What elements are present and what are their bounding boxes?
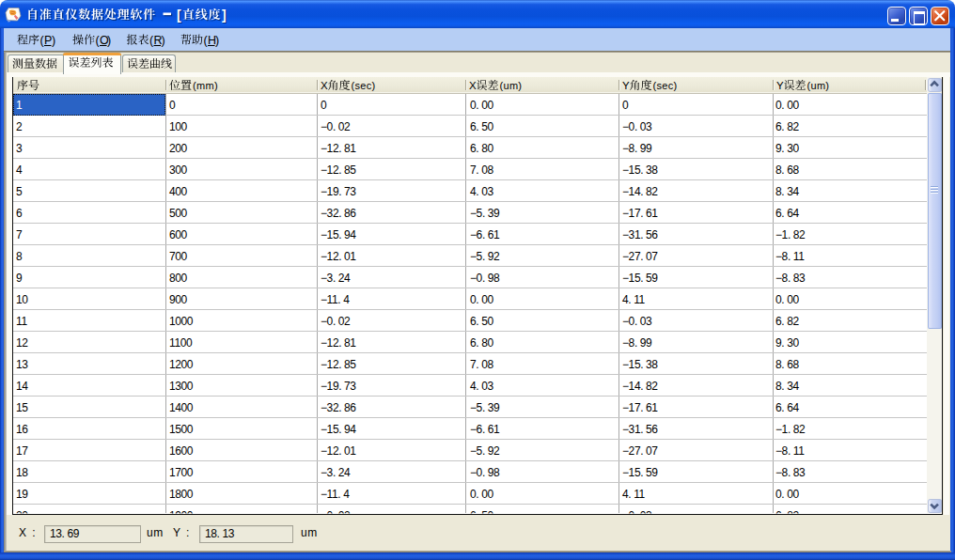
svg-text:−11. 4: −11. 4 <box>321 293 350 306</box>
svg-text:18: 18 <box>16 466 28 479</box>
svg-text:−6. 61: −6. 61 <box>470 228 500 241</box>
svg-text:700: 700 <box>169 250 188 263</box>
svg-text:X: X <box>321 80 328 91</box>
svg-text:6. 82: 6. 82 <box>775 120 799 133</box>
svg-text:12: 12 <box>16 336 28 350</box>
svg-text:−3. 24: −3. 24 <box>321 272 351 285</box>
svg-text:−0. 02: −0. 02 <box>321 120 351 133</box>
svg-text:6. 50: 6. 50 <box>470 315 493 328</box>
svg-text:2: 2 <box>16 120 23 133</box>
svg-text:−12. 01: −12. 01 <box>321 444 356 458</box>
svg-text:−11. 4: −11. 4 <box>321 488 350 501</box>
svg-text:1400: 1400 <box>169 401 194 414</box>
svg-text:6. 82: 6. 82 <box>775 315 799 328</box>
svg-text:−12. 81: −12. 81 <box>321 142 356 155</box>
svg-text:−8. 99: −8. 99 <box>622 336 652 350</box>
svg-text:4. 11: 4. 11 <box>622 488 646 501</box>
svg-text:0. 00: 0. 00 <box>775 488 799 501</box>
svg-text:−15. 59: −15. 59 <box>622 466 658 479</box>
svg-text:−15. 59: −15. 59 <box>622 272 658 285</box>
svg-text:0: 0 <box>169 99 176 112</box>
svg-text:−5. 92: −5. 92 <box>470 444 500 458</box>
svg-text:−8. 11: −8. 11 <box>775 444 805 458</box>
svg-text:0. 00: 0. 00 <box>470 488 493 501</box>
svg-text:[: [ <box>177 8 181 23</box>
svg-text:−0. 03: −0. 03 <box>622 120 652 133</box>
svg-text:−32. 86: −32. 86 <box>321 207 356 220</box>
svg-text:8. 34: 8. 34 <box>775 380 799 393</box>
svg-text:9: 9 <box>16 272 23 285</box>
svg-text:−0. 03: −0. 03 <box>622 509 652 522</box>
svg-text:−17. 61: −17. 61 <box>622 401 658 414</box>
svg-text:13. 69: 13. 69 <box>50 527 80 540</box>
svg-text:1500: 1500 <box>169 423 194 436</box>
svg-text:900: 900 <box>169 293 188 306</box>
svg-text:(sec): (sec) <box>352 80 376 91</box>
svg-text:6. 64: 6. 64 <box>775 207 799 220</box>
svg-text:−31. 56: −31. 56 <box>622 228 658 241</box>
svg-text:−8. 99: −8. 99 <box>622 142 652 155</box>
svg-text:−15. 94: −15. 94 <box>321 228 356 241</box>
svg-text:500: 500 <box>169 207 188 220</box>
svg-text:800: 800 <box>169 272 188 285</box>
svg-text:−14. 82: −14. 82 <box>622 185 658 198</box>
svg-text:−5. 92: −5. 92 <box>470 250 500 263</box>
svg-text:200: 200 <box>169 142 188 155</box>
svg-text:−14. 82: −14. 82 <box>622 380 658 393</box>
svg-text:1300: 1300 <box>169 380 194 393</box>
svg-text:−12. 85: −12. 85 <box>321 163 356 177</box>
svg-text:X: X <box>469 80 477 91</box>
svg-text:X :: X : <box>19 526 37 539</box>
svg-text:−8. 83: −8. 83 <box>775 466 806 479</box>
svg-text:400: 400 <box>169 185 188 198</box>
svg-text:16: 16 <box>16 423 28 436</box>
svg-text:−15. 94: −15. 94 <box>321 423 356 436</box>
svg-text:Y: Y <box>776 80 784 91</box>
svg-text:−31. 56: −31. 56 <box>622 423 658 436</box>
svg-text:1600: 1600 <box>169 444 194 458</box>
svg-text:−0. 98: −0. 98 <box>470 466 500 479</box>
svg-text:1200: 1200 <box>169 358 194 371</box>
svg-text:−5. 39: −5. 39 <box>470 207 500 220</box>
svg-text:4. 03: 4. 03 <box>470 380 493 393</box>
svg-text:−19. 73: −19. 73 <box>321 185 356 198</box>
svg-text:−19. 73: −19. 73 <box>321 380 356 393</box>
svg-text:7. 08: 7. 08 <box>470 163 493 177</box>
svg-text:8. 68: 8. 68 <box>775 163 799 177</box>
svg-text:17: 17 <box>16 444 28 458</box>
svg-text:0. 00: 0. 00 <box>775 99 799 112</box>
svg-text:−32. 86: −32. 86 <box>321 401 356 414</box>
svg-text:−0. 02: −0. 02 <box>321 509 351 522</box>
svg-text:11: 11 <box>16 315 27 328</box>
svg-text:): ) <box>215 34 219 47</box>
svg-text:8. 68: 8. 68 <box>775 358 799 371</box>
svg-text:19: 19 <box>16 488 28 501</box>
svg-text:1700: 1700 <box>169 466 194 479</box>
svg-text:9. 30: 9. 30 <box>775 142 799 155</box>
svg-text:−15. 38: −15. 38 <box>622 358 658 371</box>
svg-text:−6. 61: −6. 61 <box>470 423 500 436</box>
svg-text:−0. 02: −0. 02 <box>321 315 351 328</box>
svg-text:3: 3 <box>16 142 23 155</box>
svg-text:−12. 85: −12. 85 <box>321 358 356 371</box>
svg-text:]: ] <box>222 8 227 23</box>
svg-text:−15. 38: −15. 38 <box>622 163 658 177</box>
svg-text:um: um <box>147 526 164 539</box>
svg-text:7. 08: 7. 08 <box>470 358 493 371</box>
svg-text:13: 13 <box>16 358 28 371</box>
svg-text:8. 34: 8. 34 <box>775 185 799 198</box>
svg-text:1800: 1800 <box>169 488 194 501</box>
svg-text:7: 7 <box>16 228 23 241</box>
svg-text:0: 0 <box>622 99 629 112</box>
svg-text:0. 00: 0. 00 <box>470 293 493 306</box>
svg-text:4. 03: 4. 03 <box>470 185 493 198</box>
svg-text:6. 50: 6. 50 <box>470 509 493 522</box>
svg-text:): ) <box>107 34 111 47</box>
svg-text:15: 15 <box>16 401 28 414</box>
svg-text:6. 82: 6. 82 <box>775 509 799 522</box>
svg-text:6. 80: 6. 80 <box>470 142 493 155</box>
svg-text:5: 5 <box>16 185 23 198</box>
svg-text:(sec): (sec) <box>653 80 678 91</box>
svg-text:300: 300 <box>169 163 188 177</box>
svg-text:um: um <box>301 526 318 539</box>
